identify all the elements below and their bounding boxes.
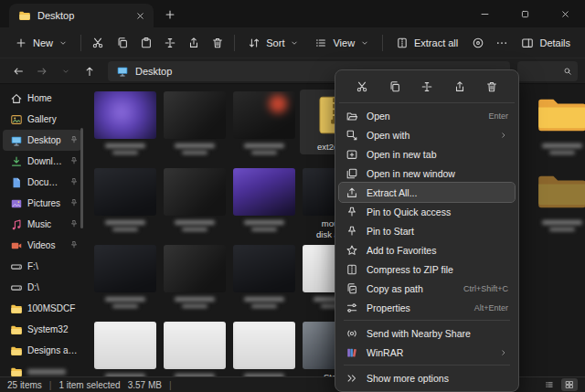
menu-item-properties[interactable]: PropertiesAlt+Enter xyxy=(339,298,515,317)
rename-button[interactable] xyxy=(415,77,439,97)
file-thumbnail xyxy=(164,322,226,369)
sidebar-item-desktop[interactable]: Desktop xyxy=(3,130,81,151)
selection-size: 3.57 MB xyxy=(128,380,162,390)
file-tile[interactable] xyxy=(161,243,229,310)
sidebar-item-label: F:\ xyxy=(27,261,79,271)
tab-close-button[interactable] xyxy=(132,7,148,24)
up-button[interactable] xyxy=(79,60,101,82)
file-tile[interactable] xyxy=(230,166,298,233)
cut-button[interactable] xyxy=(350,77,374,97)
sidebar-item-system32[interactable]: System32 xyxy=(3,319,81,340)
copy-button[interactable] xyxy=(111,30,133,56)
menu-item-show-more-options[interactable]: Show more options xyxy=(339,368,515,387)
menu-item-label: Open in new tab xyxy=(367,149,436,160)
file-tile[interactable] xyxy=(161,90,229,156)
tab-desktop[interactable]: Desktop xyxy=(9,4,154,27)
sort-button[interactable]: Sort xyxy=(240,30,306,56)
share-button[interactable] xyxy=(182,30,205,56)
chevron-down-icon xyxy=(290,38,299,48)
sidebar-item-designs-and-do[interactable]: Designs and Do xyxy=(3,340,81,361)
file-tile[interactable] xyxy=(161,166,229,233)
folder-icon xyxy=(10,302,23,315)
sidebar-item-home[interactable]: Home xyxy=(3,88,81,109)
chevron-down-icon xyxy=(58,38,68,48)
copy-button[interactable] xyxy=(383,77,407,97)
gallery-icon xyxy=(10,113,23,126)
new-button[interactable]: New xyxy=(7,30,75,56)
menu-item-compress-to-zip-file[interactable]: Compress to ZIP file xyxy=(339,260,515,279)
menu-item-open-in-new-tab[interactable]: Open in new tab xyxy=(339,144,515,164)
menu-item-pin-to-quick-access[interactable]: Pin to Quick access xyxy=(339,202,515,221)
zip-icon xyxy=(396,37,409,49)
menu-item-add-to-favorites[interactable]: Add to Favorites xyxy=(339,240,515,260)
sidebar-item-pictures[interactable]: Pictures xyxy=(3,193,81,214)
menu-item-open-in-new-window[interactable]: Open in new window xyxy=(339,164,515,183)
view-button-label: View xyxy=(333,37,355,48)
close-icon xyxy=(135,11,145,21)
file-tile[interactable] xyxy=(528,166,585,233)
delete-button[interactable] xyxy=(206,30,229,56)
menu-item-pin-to-start[interactable]: Pin to Start xyxy=(339,221,515,240)
music-icon xyxy=(10,218,23,231)
share-button[interactable] xyxy=(448,77,472,97)
rename-button[interactable] xyxy=(158,30,181,56)
blurred-label xyxy=(112,228,138,231)
close-button[interactable] xyxy=(545,0,585,27)
sidebar-item-gallery[interactable]: Gallery xyxy=(3,109,81,130)
sidebar-item-downloads[interactable]: Downloads xyxy=(3,151,81,172)
file-tile[interactable] xyxy=(230,90,298,156)
details-button[interactable]: Details xyxy=(514,30,578,56)
back-button[interactable] xyxy=(7,60,29,82)
sidebar-item-f[interactable]: F:\ xyxy=(3,256,81,277)
sidebar-item-blurred[interactable] xyxy=(3,361,81,376)
file-tile[interactable] xyxy=(230,243,298,310)
new-tab-button[interactable] xyxy=(159,4,181,26)
sidebar-item-d[interactable]: D:\ xyxy=(3,277,81,298)
file-tile[interactable] xyxy=(528,90,585,156)
extract-all-button[interactable]: Extract all xyxy=(388,30,465,56)
menu-item-label: Extract All... xyxy=(367,187,417,198)
menu-item-winrar[interactable]: WinRAR xyxy=(339,343,515,362)
menu-item-open[interactable]: OpenEnter xyxy=(339,106,515,125)
disc-button[interactable] xyxy=(466,30,489,56)
search-box[interactable] xyxy=(517,61,578,81)
sidebar-scrollbar[interactable] xyxy=(80,128,83,228)
items-count: 25 items xyxy=(7,380,42,390)
blurred-label xyxy=(244,143,284,148)
paste-button[interactable] xyxy=(134,30,157,56)
maximize-button[interactable] xyxy=(505,0,545,27)
forward-button[interactable] xyxy=(31,60,53,82)
sidebar-item-100msdcf[interactable]: 100MSDCF xyxy=(3,298,81,319)
details-button-label: Details xyxy=(539,37,570,48)
file-tile[interactable] xyxy=(91,320,159,376)
menu-item-extract-all[interactable]: Extract All... xyxy=(339,183,515,202)
minimize-button[interactable] xyxy=(464,0,505,27)
file-tile[interactable] xyxy=(91,166,159,233)
cut-button[interactable] xyxy=(87,30,110,56)
menu-item-send-with-nearby-share[interactable]: Send with Nearby Share xyxy=(339,323,515,343)
command-bar: New Sort View Extract all Detail xyxy=(0,27,585,58)
sidebar-item-documents[interactable]: Documents xyxy=(3,172,81,193)
details-view-button[interactable] xyxy=(541,378,558,391)
list-view-icon xyxy=(545,380,554,389)
menu-item-open-with[interactable]: Open with xyxy=(339,125,515,144)
sidebar-item-videos[interactable]: Videos xyxy=(3,235,81,256)
file-tile[interactable] xyxy=(91,90,159,156)
file-tile[interactable] xyxy=(91,243,159,310)
menu-item-label: Show more options xyxy=(367,373,449,384)
thumbnails-view-button[interactable] xyxy=(561,378,578,391)
see-more-button[interactable] xyxy=(490,30,513,56)
pin-icon xyxy=(346,206,358,218)
sidebar-item-label: System32 xyxy=(27,324,79,334)
file-tile[interactable] xyxy=(161,320,229,376)
recent-locations-button[interactable] xyxy=(55,60,77,82)
file-tile[interactable] xyxy=(230,320,298,376)
menu-item-copy-as-path[interactable]: Copy as pathCtrl+Shift+C xyxy=(339,279,515,298)
sidebar-item-label: Documents xyxy=(27,177,65,187)
sidebar-item-music[interactable]: Music xyxy=(3,214,81,235)
delete-button[interactable] xyxy=(480,77,504,97)
blurred-label xyxy=(182,151,207,154)
context-menu-items: OpenEnterOpen withOpen in new tabOpen in… xyxy=(339,106,515,387)
search-input[interactable] xyxy=(523,66,559,76)
view-button[interactable]: View xyxy=(307,30,377,56)
